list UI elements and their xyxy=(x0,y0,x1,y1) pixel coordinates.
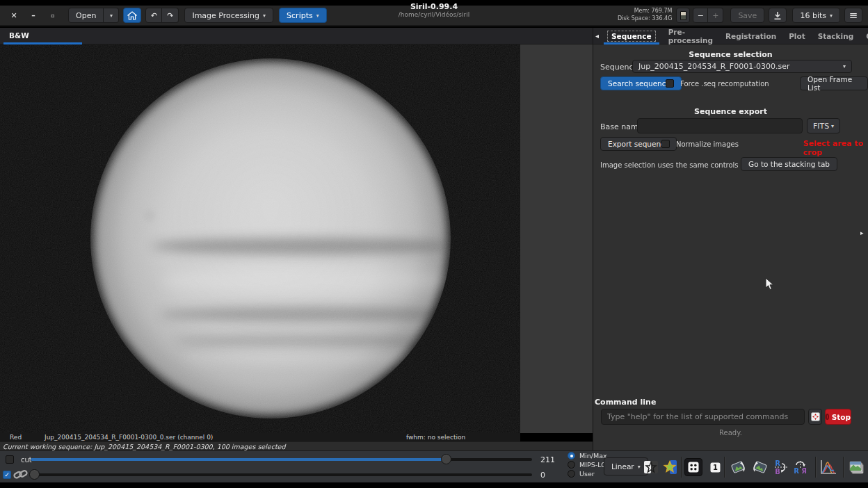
radio-icon xyxy=(568,470,575,478)
one-to-one-zoom-button[interactable]: 1 xyxy=(706,458,724,476)
zoom-in-button[interactable]: + xyxy=(708,8,723,23)
rotate-left-button[interactable] xyxy=(729,458,747,476)
zoom-out-button[interactable]: − xyxy=(693,8,708,23)
chevron-down-icon: ▾ xyxy=(110,13,113,19)
minimize-icon[interactable]: – xyxy=(28,11,39,20)
memory-info: Mem: 769.7M Disk Space: 336.4G xyxy=(618,8,672,23)
image-processing-button[interactable]: Image Processing ▾ xyxy=(184,8,273,23)
command-line-title: Command line xyxy=(595,398,656,407)
go-to-stacking-button[interactable]: Go to the stacking tab xyxy=(741,157,837,171)
photometry-button[interactable] xyxy=(661,458,679,476)
tab-pre-processing[interactable]: Pre-processing xyxy=(662,28,719,44)
mode-minmax-radio[interactable]: Min/Max xyxy=(568,452,607,459)
radio-label: User xyxy=(579,470,595,478)
frame-list-button[interactable] xyxy=(847,458,865,476)
chevron-down-icon: ▾ xyxy=(316,13,319,19)
stop-button[interactable]: Stop xyxy=(825,409,851,425)
photometry-star-icon xyxy=(662,459,677,475)
tab-sequence[interactable]: Sequence xyxy=(601,28,662,44)
command-list-button[interactable] xyxy=(808,409,822,425)
lo-slider-knob[interactable] xyxy=(29,469,40,480)
save-as-button[interactable] xyxy=(769,8,787,23)
tab-console[interactable]: Console xyxy=(860,28,868,44)
tab-registration[interactable]: Registration xyxy=(719,28,782,44)
home-icon xyxy=(127,11,137,20)
bit-depth-label: 16 bits xyxy=(800,11,826,20)
svg-text:Я: Я xyxy=(801,467,807,475)
scripts-label: Scripts xyxy=(287,11,313,20)
home-button[interactable] xyxy=(123,8,141,23)
image-noise-overlay xyxy=(0,44,520,433)
sequence-selection-title: Sequence selection xyxy=(593,50,868,59)
export-format-dropdown[interactable]: FITS ▾ xyxy=(807,118,840,133)
normalize-images-checkbox[interactable] xyxy=(661,140,670,148)
mirror-horizontal-button[interactable]: R Я xyxy=(791,458,810,476)
link-cut-checkbox[interactable]: ✓ xyxy=(3,471,11,479)
close-icon[interactable]: ✕ xyxy=(8,11,19,20)
hi-value: 211 xyxy=(540,455,560,464)
histogram-button[interactable] xyxy=(819,458,837,476)
link-icon xyxy=(13,467,28,482)
tabs-scroll-left-icon[interactable]: ◂ xyxy=(593,32,601,40)
lo-slider[interactable] xyxy=(31,473,532,476)
force-seq-checkbox[interactable] xyxy=(666,79,674,88)
lo-value: 0 xyxy=(540,471,560,480)
chevron-down-icon: ▾ xyxy=(831,123,834,129)
open-button[interactable]: Open xyxy=(68,8,104,23)
image-processing-label: Image Processing xyxy=(192,11,259,20)
channel-label: Red xyxy=(10,434,43,441)
mem-value: Mem: 769.7M xyxy=(618,8,672,15)
rotate-right-button[interactable] xyxy=(751,458,769,476)
status-ready-label: Ready. xyxy=(593,429,868,437)
tab-bw[interactable]: B&W xyxy=(0,28,82,44)
bw-tab-label: B&W xyxy=(9,31,29,40)
bit-depth-dropdown[interactable]: 16 bits ▾ xyxy=(792,8,840,23)
cut-checkbox[interactable] xyxy=(6,455,14,464)
svg-text:B: B xyxy=(775,468,780,475)
tab-label: Registration xyxy=(725,32,776,40)
tab-plot[interactable]: Plot xyxy=(782,28,812,44)
working-sequence-label: Current working sequence: Jup_200415_204… xyxy=(3,443,285,450)
scripts-button[interactable]: Scripts ▾ xyxy=(279,8,327,23)
chevron-down-icon: ▾ xyxy=(843,63,846,70)
thumbnail-button[interactable] xyxy=(676,8,690,23)
undo-button[interactable]: ↶ xyxy=(145,8,162,23)
fit-to-window-button[interactable] xyxy=(684,458,702,476)
negative-view-button[interactable] xyxy=(642,458,660,476)
hi-slider[interactable] xyxy=(31,458,532,461)
scale-mode-value: Linear xyxy=(611,462,634,471)
radio-label: Min/Max xyxy=(579,452,607,459)
sequence-dropdown[interactable]: Jup_200415_204534_R_F0001-0300.ser ▾ xyxy=(632,60,852,73)
maximize-icon[interactable]: ▫ xyxy=(47,13,58,19)
normalize-images-label: Normalize images xyxy=(676,140,739,148)
svg-text:R: R xyxy=(775,459,780,467)
menu-button[interactable]: ≡ xyxy=(844,8,862,23)
redo-button[interactable]: ↷ xyxy=(162,8,179,23)
stop-icon xyxy=(826,414,829,420)
tab-label: Pre-processing xyxy=(668,28,713,44)
image-stack-icon xyxy=(847,459,865,475)
open-frame-list-button[interactable]: Open Frame List xyxy=(800,76,868,90)
image-display-area[interactable] xyxy=(0,44,520,433)
one-to-one-icon: 1 xyxy=(710,462,721,473)
tab-label: Plot xyxy=(789,32,805,40)
mirror-vertical-button[interactable]: R B xyxy=(772,458,790,476)
command-input[interactable] xyxy=(601,409,805,425)
disk-value: Disk Space: 336.4G xyxy=(618,15,672,23)
sequence-export-title: Sequence export xyxy=(593,107,868,116)
mode-user-radio[interactable]: User xyxy=(568,470,595,478)
open-dropdown-button[interactable]: ▾ xyxy=(104,8,119,23)
radio-icon xyxy=(568,452,575,459)
check-icon: ✓ xyxy=(4,471,10,478)
base-name-input[interactable] xyxy=(637,118,803,133)
force-seq-label: Force .seq recomputation xyxy=(680,80,769,88)
image-statusbar: Red Jup_200415_204534_R_F0001-0300_0.ser… xyxy=(0,433,520,441)
tab-label: Stacking xyxy=(818,32,853,40)
stop-label: Stop xyxy=(832,413,851,421)
hi-slider-knob[interactable] xyxy=(441,454,451,464)
save-button[interactable]: Save xyxy=(730,8,764,23)
panel-collapse-handle[interactable]: ▸ xyxy=(860,229,864,236)
mirror-vertical-icon: R B xyxy=(773,459,789,475)
svg-text:1: 1 xyxy=(713,464,718,471)
tab-stacking[interactable]: Stacking xyxy=(812,28,860,44)
